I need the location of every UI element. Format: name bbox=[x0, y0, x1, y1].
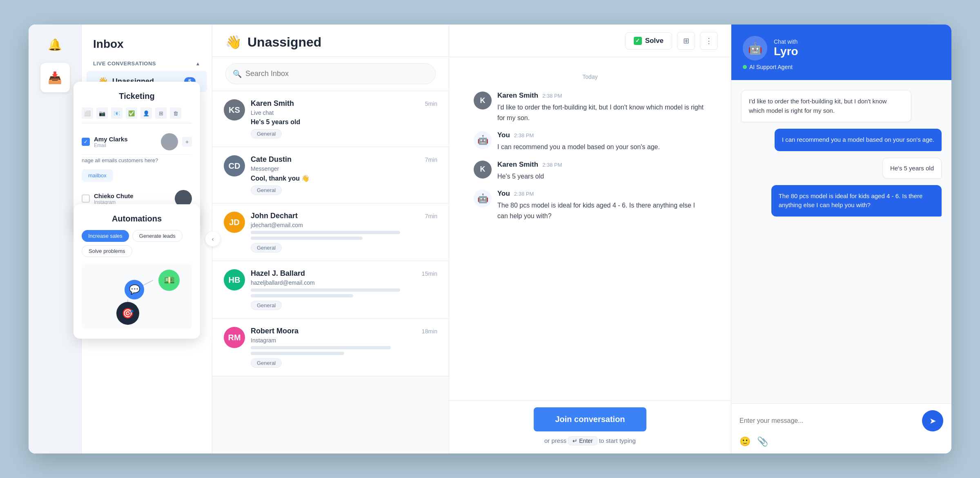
chevron-up-icon[interactable]: ▲ bbox=[196, 61, 200, 67]
conv-list-header: 👋 Unassigned bbox=[212, 25, 449, 57]
sidebar-inbox-item[interactable]: 📥 bbox=[40, 63, 70, 92]
chat-bot-avatar-4: 🤖 bbox=[474, 190, 492, 208]
ticket-desc: nage all emails customers here? bbox=[82, 155, 192, 166]
solve-button[interactable]: ✓ Solve bbox=[625, 32, 672, 49]
chat-area: ✓ Solve ⊞ ⋮ Today K Karen Smith 2:38 PM … bbox=[449, 25, 731, 453]
ai-msg-2: I can recommend you a model based on you… bbox=[775, 129, 942, 151]
chat-msg-text-2: I can recommend you a model based on you… bbox=[497, 142, 706, 152]
chat-msg-time-3: 2:38 PM bbox=[542, 162, 562, 168]
ticket-mailbox-btn[interactable]: mailbox bbox=[82, 169, 113, 182]
ticket-tool-4[interactable]: ✅ bbox=[126, 107, 137, 119]
chat-date-divider: Today bbox=[474, 74, 706, 80]
ai-avatar: 🤖 bbox=[743, 36, 767, 60]
chat-msg-4: 🤖 You 2:38 PM The 80 pcs model is ideal … bbox=[474, 190, 706, 221]
emoji-icon[interactable]: 🙂 bbox=[739, 436, 751, 447]
ai-status-label: AI Support Agent bbox=[749, 64, 793, 70]
ai-messages: I'd like to order the fort-building kit,… bbox=[731, 80, 951, 403]
ai-name: Lyro bbox=[774, 45, 798, 58]
ticket-checkbox-2[interactable] bbox=[82, 194, 90, 203]
conv-avatar-cate: CD bbox=[224, 155, 245, 176]
ai-send-button[interactable]: ➤ bbox=[922, 410, 943, 431]
tag-increase-sales[interactable]: Increase sales bbox=[82, 230, 129, 242]
ai-input-row: ➤ bbox=[739, 410, 943, 431]
enter-key-icon: ↵ Enter bbox=[568, 436, 597, 445]
ticket-name-1: Amy Clarks bbox=[94, 136, 157, 143]
auto-node-target: 🎯 bbox=[116, 302, 139, 325]
chat-messages: Today K Karen Smith 2:38 PM I'd like to … bbox=[449, 57, 731, 400]
ticket-add-1[interactable]: + bbox=[182, 137, 192, 147]
automations-canvas: 💬 💵 🎯 bbox=[82, 264, 192, 329]
conv-avatar-karen: KS bbox=[224, 99, 245, 121]
search-input[interactable] bbox=[225, 63, 436, 84]
chat-header: ✓ Solve ⊞ ⋮ bbox=[449, 25, 731, 57]
ai-subtitle: Chat with bbox=[774, 38, 798, 45]
ticket-tool-2[interactable]: 📷 bbox=[96, 107, 108, 119]
conv-item-hazel[interactable]: HB Hazel J. Ballard 15min hazeljballard@… bbox=[212, 261, 449, 319]
ticket-tool-5[interactable]: 👤 bbox=[140, 107, 152, 119]
chat-msg-text-3: He's 5 years old bbox=[497, 171, 706, 182]
press-hint-or: or press bbox=[544, 437, 566, 444]
chat-msg-name-4: You bbox=[497, 190, 510, 198]
chat-msg-time-4: 2:38 PM bbox=[514, 191, 534, 197]
ticket-name-2: Chieko Chute bbox=[94, 192, 171, 199]
ticket-checkbox-1[interactable]: ✓ bbox=[82, 138, 90, 146]
expand-icon-btn[interactable]: ⊞ bbox=[677, 32, 695, 50]
solve-check-icon: ✓ bbox=[634, 37, 642, 45]
conv-time-karen: 5min bbox=[425, 101, 437, 107]
sidebar-logo-icon: 🔔 bbox=[45, 34, 65, 55]
more-options-btn[interactable]: ⋮ bbox=[700, 32, 718, 50]
conv-item-karen[interactable]: KS Karen Smith 5min Live chat He's 5 yea… bbox=[212, 91, 449, 147]
ai-footer-icons: 🙂 📎 bbox=[739, 436, 943, 447]
ai-status-dot bbox=[743, 65, 747, 69]
join-conversation-button[interactable]: Join conversation bbox=[534, 407, 646, 431]
conv-time-hazel: 15min bbox=[422, 270, 437, 277]
search-icon: 🔍 bbox=[233, 69, 242, 78]
solve-label: Solve bbox=[645, 37, 664, 45]
conv-name-karen: Karen Smith bbox=[251, 99, 294, 108]
chat-msg-text-4: The 80 pcs model is ideal for kids aged … bbox=[497, 200, 706, 221]
conv-list-emoji: 👋 bbox=[225, 34, 242, 50]
conv-time-cate: 7min bbox=[425, 156, 437, 163]
auto-node-money: 💵 bbox=[158, 270, 180, 291]
tag-solve-problems[interactable]: Solve problems bbox=[82, 245, 132, 257]
auto-node-chat: 💬 bbox=[125, 280, 144, 299]
chat-msg-avatar-1: K bbox=[474, 92, 492, 109]
ticketing-title: Ticketing bbox=[82, 92, 192, 101]
ticket-sub-1: Email bbox=[94, 143, 157, 148]
ticket-item-1[interactable]: ✓ Amy Clarks Email + bbox=[82, 129, 192, 155]
conv-avatar-john: JD bbox=[224, 212, 245, 233]
conv-item-john[interactable]: JD John Dechart 7min jdechart@email.com … bbox=[212, 203, 449, 261]
ticket-tool-7[interactable]: 🗑 bbox=[170, 107, 181, 119]
collapse-panel-btn[interactable]: ‹ bbox=[205, 232, 220, 246]
ai-status: AI Support Agent bbox=[743, 64, 940, 70]
search-bar-container: 🔍 bbox=[212, 57, 449, 91]
chat-msg-1: K Karen Smith 2:38 PM I'd like to order … bbox=[474, 92, 706, 123]
inbox-icon: 📥 bbox=[48, 71, 62, 85]
tag-generate-leads[interactable]: Generate leads bbox=[132, 230, 183, 242]
conv-name-hazel: Hazel J. Ballard bbox=[251, 269, 305, 278]
chat-bot-avatar-2: 🤖 bbox=[474, 131, 492, 149]
conv-name-cate: Cate Dustin bbox=[251, 155, 292, 164]
chat-msg-time-2: 2:38 PM bbox=[514, 132, 534, 138]
conv-item-cate[interactable]: CD Cate Dustin 7min Messenger Cool, than… bbox=[212, 147, 449, 203]
ai-message-input[interactable] bbox=[739, 417, 918, 424]
conv-sub-hazel: hazeljballard@email.com bbox=[251, 279, 437, 286]
live-conversations-label: LIVE CONVERSATIONS bbox=[93, 60, 156, 67]
conv-preview-cate: Cool, thank you 👋 bbox=[251, 174, 437, 182]
attach-icon[interactable]: 📎 bbox=[757, 436, 768, 447]
conv-tag-hazel: General bbox=[251, 301, 282, 310]
ticket-tool-6[interactable]: ⊞ bbox=[155, 107, 167, 119]
conv-time-robert: 18min bbox=[422, 328, 437, 335]
ai-msg-4: The 80 pcs model is ideal for kids aged … bbox=[771, 185, 942, 217]
nav-panel: Inbox LIVE CONVERSATIONS ▲ 👋 Unassigned … bbox=[82, 25, 212, 453]
ticket-tool-3[interactable]: 📧 bbox=[111, 107, 122, 119]
live-conversations-header: LIVE CONVERSATIONS ▲ bbox=[82, 57, 212, 70]
ai-header: 🤖 Chat with Lyro AI Support Agent bbox=[731, 25, 951, 80]
conv-avatar-robert: RM bbox=[224, 327, 245, 348]
conv-preview-karen: He's 5 years old bbox=[251, 118, 437, 126]
ticket-tool-1[interactable]: ⬜ bbox=[82, 107, 93, 119]
chat-msg-name-2: You bbox=[497, 131, 510, 139]
conv-item-robert[interactable]: RM Robert Moora 18min Instagram General bbox=[212, 319, 449, 376]
ticketing-toolbar: ⬜ 📷 📧 ✅ 👤 ⊞ 🗑 bbox=[82, 107, 192, 123]
enter-key-label: ↵ Enter bbox=[572, 438, 592, 444]
